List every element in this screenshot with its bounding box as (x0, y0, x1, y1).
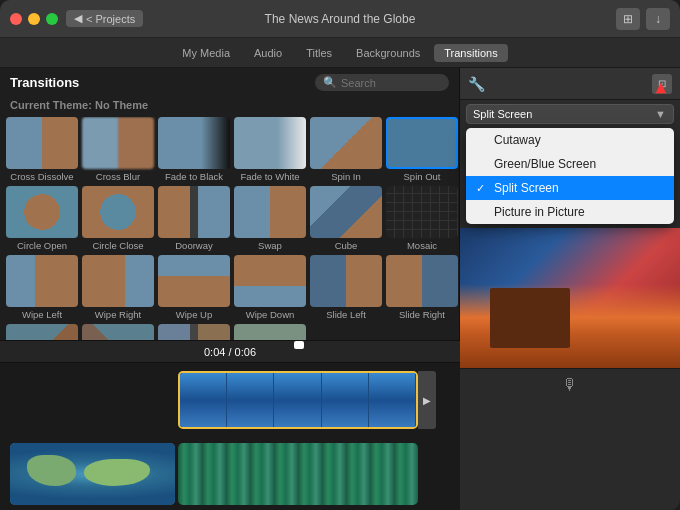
checkmark-icon: ✓ (476, 182, 488, 195)
transitions-panel: Transitions 🔍 Current Theme: No Theme Cr… (0, 68, 460, 510)
thumb-wipe-left (6, 255, 78, 307)
theme-label: Current Theme: No Theme (0, 97, 459, 117)
transition-doorway[interactable]: Doorway (158, 186, 230, 251)
mic-bar: 🎙 (460, 368, 680, 400)
label-doorway: Doorway (175, 240, 213, 251)
thumb-swap (234, 186, 306, 238)
thumb-wipe-down (234, 255, 306, 307)
label-spin-out: Spin Out (404, 171, 441, 182)
tab-titles[interactable]: Titles (296, 44, 342, 62)
transition-cube[interactable]: Cube (310, 186, 382, 251)
playhead-marker (294, 341, 304, 349)
tab-transitions[interactable]: Transitions (434, 44, 507, 62)
label-circle-open: Circle Open (17, 240, 67, 251)
transition-fade-to-white[interactable]: Fade to White (234, 117, 306, 182)
label-mosaic: Mosaic (407, 240, 437, 251)
label-fade-white: Fade to White (240, 171, 299, 182)
transition-cross-blur[interactable]: Cross Blur (82, 117, 154, 182)
transition-wipe-up[interactable]: Wipe Up (158, 255, 230, 320)
menu-item-cutaway[interactable]: Cutaway (466, 128, 674, 152)
tab-backgrounds[interactable]: Backgrounds (346, 44, 430, 62)
thumb-circle-open (6, 186, 78, 238)
chevron-left-icon: ◀ (74, 12, 82, 25)
clip-main[interactable] (178, 371, 418, 429)
effect-type-dropdown[interactable]: Cutaway Green/Blue Screen Split Screen P… (466, 104, 674, 124)
maximize-button[interactable] (46, 13, 58, 25)
label-slide-left: Slide Left (326, 309, 366, 320)
thumb-slide-left (310, 255, 382, 307)
search-input[interactable] (341, 77, 441, 89)
transition-slide-left[interactable]: Slide Left (310, 255, 382, 320)
label-fade-black: Fade to Black (165, 171, 223, 182)
timecode-display: 0:04 / 0:06 (204, 346, 256, 358)
thumb-spin-out (386, 117, 458, 169)
projects-button[interactable]: ◀ < Projects (66, 10, 143, 27)
label-spin-in: Spin In (331, 171, 361, 182)
grid-row-2: Circle Open Circle Close Doorway Swap Cu… (6, 186, 453, 251)
grid-view-button[interactable]: ⊞ (616, 8, 640, 30)
nav-tabs: My Media Audio Titles Backgrounds Transi… (0, 38, 680, 68)
transition-wipe-left[interactable]: Wipe Left (6, 255, 78, 320)
close-button[interactable] (10, 13, 22, 25)
label-wipe-left: Wipe Left (22, 309, 62, 320)
label-cross-blur: Cross Blur (96, 171, 140, 182)
transition-wipe-right[interactable]: Wipe Right (82, 255, 154, 320)
thumb-doorway (158, 186, 230, 238)
clip-waterfall[interactable] (178, 443, 418, 505)
thumb-cube (310, 186, 382, 238)
transition-circle-open[interactable]: Circle Open (6, 186, 78, 251)
clip-waterfall-visual (178, 443, 418, 505)
thumb-mosaic (386, 186, 458, 238)
transition-cross-dissolve[interactable]: Cross Dissolve (6, 117, 78, 182)
transition-spin-out[interactable]: Spin Out (386, 117, 458, 182)
right-panel: 🔧 ⊡ Cutaway Green/Blue Screen Split Scre… (460, 68, 680, 510)
search-box[interactable]: 🔍 (315, 74, 449, 91)
clip-map[interactable] (10, 443, 175, 505)
timeline-area: 0:04 / 0:06 (0, 340, 460, 510)
clip-main-visual (180, 373, 416, 427)
label-wipe-down: Wipe Down (246, 309, 295, 320)
thumb-cross-blur (82, 117, 154, 169)
thumb-spin-in (310, 117, 382, 169)
search-icon: 🔍 (323, 76, 337, 89)
timeline-clips: ▶ (0, 363, 460, 510)
thumb-slide-right (386, 255, 458, 307)
label-cross-dissolve: Cross Dissolve (10, 171, 73, 182)
timecode-bar: 0:04 / 0:06 (0, 341, 460, 363)
menu-item-split-screen[interactable]: ✓ Split Screen (466, 176, 674, 200)
transition-wipe-down[interactable]: Wipe Down (234, 255, 306, 320)
tab-my-media[interactable]: My Media (172, 44, 240, 62)
preview-image (460, 228, 680, 368)
label-circle-close: Circle Close (92, 240, 143, 251)
menu-item-green-blue[interactable]: Green/Blue Screen (466, 152, 674, 176)
thumb-circle-close (82, 186, 154, 238)
label-wipe-up: Wipe Up (176, 309, 212, 320)
thumb-wipe-up (158, 255, 230, 307)
tab-audio[interactable]: Audio (244, 44, 292, 62)
dropdown-container: Cutaway Green/Blue Screen Split Screen P… (460, 100, 680, 128)
label-wipe-right: Wipe Right (95, 309, 141, 320)
transition-fade-to-black[interactable]: Fade to Black (158, 117, 230, 182)
minimize-button[interactable] (28, 13, 40, 25)
main-layout: Transitions 🔍 Current Theme: No Theme Cr… (0, 68, 680, 510)
thumb-wipe-right (82, 255, 154, 307)
thumb-fade-black (158, 117, 230, 169)
label-swap: Swap (258, 240, 282, 251)
transition-circle-close[interactable]: Circle Close (82, 186, 154, 251)
clip-map-visual (10, 443, 175, 505)
transition-swap[interactable]: Swap (234, 186, 306, 251)
dropdown-menu: Cutaway Green/Blue Screen ✓ Split Screen… (466, 128, 674, 224)
titlebar: ◀ < Projects ⊞ ↓ The News Around the Glo… (0, 0, 680, 38)
menu-item-pip[interactable]: Picture in Picture (466, 200, 674, 224)
transition-spin-in[interactable]: Spin In (310, 117, 382, 182)
microphone-icon[interactable]: 🎙 (562, 376, 578, 394)
thumb-fade-white (234, 117, 306, 169)
grid-row-3: Wipe Left Wipe Right Wipe Up Wipe Down S… (6, 255, 453, 320)
import-button[interactable]: ↓ (646, 8, 670, 30)
titlebar-icons: ⊞ ↓ (616, 8, 670, 30)
settings-icon[interactable]: 🔧 (468, 76, 485, 92)
panel-title: Transitions (10, 75, 79, 90)
clip-end-handle[interactable]: ▶ (418, 371, 436, 429)
transition-mosaic[interactable]: Mosaic (386, 186, 458, 251)
transition-slide-right[interactable]: Slide Right (386, 255, 458, 320)
